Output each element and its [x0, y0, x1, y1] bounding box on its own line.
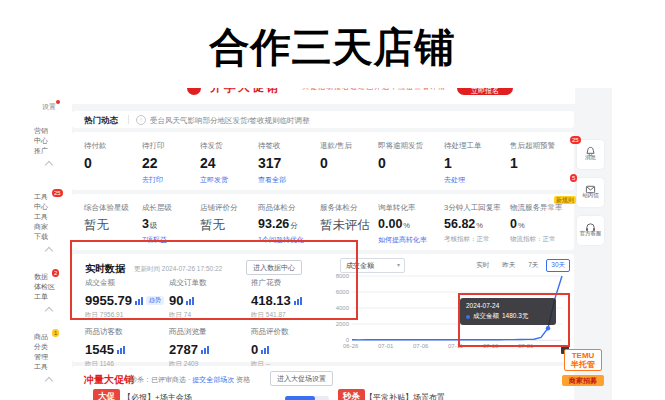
promo-banner-subtitle: 大促活动报名通道已开启，点击查看详情	[302, 88, 446, 92]
annotation-box-tooltip	[458, 293, 570, 347]
notification-badge: 25	[570, 136, 581, 144]
sidebar-item-分类[interactable]: 分类	[34, 342, 48, 352]
stat-value: 317	[258, 155, 320, 171]
float-button-消息[interactable]: 消息25	[577, 140, 604, 169]
shop-stat: 店铺评价分暂无	[200, 203, 258, 245]
sidebar-item-推广[interactable]: 推广	[34, 146, 48, 156]
stat-link[interactable]: 查看全部	[258, 175, 320, 185]
bar-chart-icon[interactable]	[201, 340, 209, 358]
stat-value: 0	[378, 155, 444, 171]
sidebar-item-工具[interactable]: 工具	[34, 212, 48, 222]
new-rule-badge: 新规则	[554, 196, 576, 204]
metric-label: 商品浏览量	[169, 327, 251, 337]
dashboard-screenshot: 设置 营销中心推广工具25中心工具商家下载数据2体检区工单商品1分类管理工具 开…	[28, 88, 612, 400]
range-button-昨天[interactable]: 昨天	[497, 259, 520, 272]
stat-value: 0.00%	[378, 217, 444, 231]
chevron-up-icon[interactable]	[45, 161, 53, 169]
sidebar-item-体检区[interactable]: 体检区	[34, 282, 55, 292]
stat-link[interactable]: 去打印	[142, 175, 200, 185]
chevron-up-icon[interactable]	[45, 377, 53, 385]
stat-note: 考核指标：正常	[444, 235, 510, 244]
mail-icon	[585, 181, 596, 192]
stat-label: 商品体检分	[258, 203, 320, 213]
promo-banner-button[interactable]: 立即报名	[457, 88, 513, 95]
stat-value: 22	[142, 155, 200, 171]
divider	[128, 115, 129, 124]
promo-settings-button[interactable]: 进入大促场设置	[270, 371, 333, 386]
metric-label: 商品访客数	[85, 327, 169, 337]
promo-note: 秒杀：已评审商选 · 提交全部场次 资格	[130, 375, 250, 385]
chevron-up-icon[interactable]	[45, 307, 53, 315]
metric-value: 2787	[169, 342, 198, 357]
metric-value-row: 2787	[169, 340, 251, 358]
sidebar-item-工单[interactable]: 工单	[34, 292, 48, 302]
stat-unit: 级	[150, 221, 158, 230]
x-axis-tick: 06-26	[343, 343, 358, 349]
stat-link[interactable]: 如何提高转化率	[378, 235, 444, 245]
promo-task-badge: 秒杀	[338, 389, 365, 400]
promo-task-text[interactable]: 【平常补贴】场景布置	[365, 392, 445, 400]
sidebar-item-top[interactable]: 设置	[42, 102, 56, 112]
stat-link[interactable]: 去处理	[444, 175, 510, 185]
metric-value-row: 0	[251, 340, 333, 358]
headset-icon	[585, 219, 596, 230]
realtime-metric: 商品评价数0昨日 --	[251, 327, 333, 369]
stat-label: 3分钟人工回复率	[444, 203, 510, 213]
top-promo-banner[interactable]: 开学大促销 大促活动报名通道已开启，点击查看详情 立即报名	[72, 88, 575, 104]
float-button-站内信[interactable]: 站内信5	[577, 178, 604, 207]
sidebar-item-下载[interactable]: 下载	[34, 232, 48, 242]
promo-logo-icon	[187, 88, 201, 95]
sidebar-item-中心[interactable]: 中心	[34, 202, 48, 212]
temu-badge: TEMU 半托管	[564, 349, 602, 371]
stat-value: 1	[510, 155, 580, 171]
notice-bar: 热门动态 ! 受台风天气影响部分地区发货/签收规则临时调整	[72, 111, 574, 128]
order-stat: 即将逾期发货0	[378, 141, 444, 185]
shop-stat: 综合体验星级暂无	[84, 203, 142, 245]
x-axis-tick: 07-01	[378, 343, 393, 349]
sidebar-badge: 2	[52, 269, 59, 277]
stat-value: 暂无	[200, 217, 258, 233]
range-button-7天[interactable]: 7天	[523, 259, 543, 272]
bar-chart-icon[interactable]	[117, 340, 125, 358]
sidebar-badge: 25	[52, 189, 63, 197]
stat-value: 0	[320, 155, 378, 171]
sidebar-item-营销[interactable]: 营销	[34, 126, 48, 136]
sidebar-item-商品[interactable]: 商品1	[34, 332, 48, 342]
bar-chart-icon[interactable]	[261, 340, 269, 358]
stat-value: 1	[444, 155, 510, 171]
annotation-box-realtime	[70, 240, 358, 320]
stat-label: 店铺评价分	[200, 203, 258, 213]
stat-label: 服务体检分	[320, 203, 378, 213]
stat-link[interactable]: 立即发货	[200, 175, 258, 185]
range-button-实时[interactable]: 实时	[471, 259, 494, 272]
stat-label: 待发货	[200, 141, 258, 151]
promo-note-link[interactable]: 提交全部场次	[192, 376, 234, 383]
order-stat: 待打印22去打印	[142, 141, 200, 185]
info-icon: !	[136, 115, 146, 125]
chevron-down-icon: ▾	[397, 259, 400, 272]
temu-recruit-button[interactable]: 商家招募	[562, 375, 604, 386]
sidebar-item-工具[interactable]: 工具25	[34, 192, 48, 202]
shop-stat: 询单转化率0.00%如何提高转化率	[378, 203, 444, 245]
sidebar-item-工具[interactable]: 工具	[34, 362, 48, 372]
sidebar-item-商家[interactable]: 商家	[34, 222, 48, 232]
sidebar-item-中心[interactable]: 中心	[34, 136, 48, 146]
range-button-30天[interactable]: 30天	[546, 259, 570, 272]
sidebar-item-数据[interactable]: 数据2	[34, 272, 48, 282]
stat-label: 综合体验星级	[84, 203, 142, 213]
sidebar-badge: 1	[52, 329, 59, 337]
stat-unit: %	[518, 221, 525, 230]
order-stat: 待签收317查看全部	[258, 141, 320, 185]
promo-banner-title: 开学大促销	[210, 88, 280, 96]
stat-label: 成长层级	[142, 203, 200, 213]
sidebar-item-管理[interactable]: 管理	[34, 352, 48, 362]
sidebar: 设置 营销中心推广工具25中心工具商家下载数据2体检区工单商品1分类管理工具	[28, 88, 72, 400]
notice-text[interactable]: 受台风天气影响部分地区发货/签收规则临时调整	[150, 116, 310, 126]
stat-value: 暂未评估	[320, 217, 378, 233]
metric-label: 商品评价数	[251, 327, 333, 337]
stat-label: 询单转化率	[378, 203, 444, 213]
promo-task-text[interactable]: 【必报】+场主会场	[123, 392, 192, 400]
shop-stat: 成长层级3级7项权益	[142, 203, 200, 245]
float-button-官方客服[interactable]: 官方客服	[577, 216, 604, 245]
chevron-up-icon[interactable]	[45, 247, 53, 255]
